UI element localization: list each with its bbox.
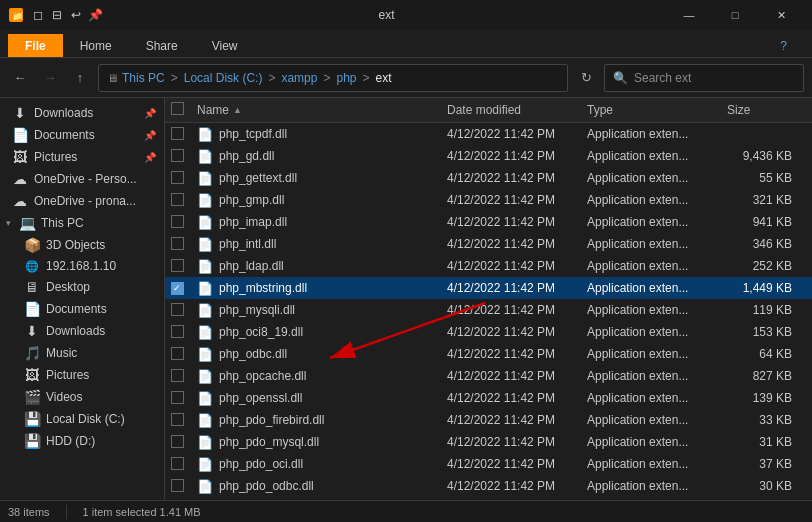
checkbox[interactable] xyxy=(171,237,184,250)
path-this-pc[interactable]: This PC xyxy=(122,71,165,85)
sidebar-item-music[interactable]: 🎵 Music xyxy=(0,342,164,364)
checkbox[interactable] xyxy=(171,303,184,316)
table-row[interactable]: 📄php_pdo_pgsql.dll4/12/2022 11:42 PMAppl… xyxy=(165,497,812,500)
checkbox[interactable] xyxy=(171,193,184,206)
checkbox[interactable] xyxy=(171,435,184,448)
header-check[interactable] xyxy=(165,102,189,118)
row-checkbox[interactable] xyxy=(165,149,189,164)
checkbox[interactable] xyxy=(171,479,184,492)
table-row[interactable]: 📄php_odbc.dll4/12/2022 11:42 PMApplicati… xyxy=(165,343,812,365)
search-box[interactable]: 🔍 xyxy=(604,64,804,92)
address-path[interactable]: 🖥 This PC > Local Disk (C:) > xampp > ph… xyxy=(98,64,568,92)
tab-share[interactable]: Share xyxy=(129,34,195,57)
checkbox[interactable] xyxy=(171,127,184,140)
sidebar-item-downloads-pinned[interactable]: ⬇ Downloads 📌 xyxy=(0,102,164,124)
row-checkbox[interactable] xyxy=(165,413,189,428)
table-row[interactable]: 📄php_gettext.dll4/12/2022 11:42 PMApplic… xyxy=(165,167,812,189)
row-checkbox[interactable] xyxy=(165,259,189,274)
close-button[interactable]: ✕ xyxy=(758,0,804,30)
checkbox[interactable] xyxy=(171,259,184,272)
row-checkbox[interactable] xyxy=(165,435,189,450)
table-row[interactable]: 📄php_gd.dll4/12/2022 11:42 PMApplication… xyxy=(165,145,812,167)
checkbox[interactable] xyxy=(171,391,184,404)
row-checkbox[interactable] xyxy=(165,193,189,208)
table-row[interactable]: 📄php_openssl.dll4/12/2022 11:42 PMApplic… xyxy=(165,387,812,409)
checkbox[interactable] xyxy=(171,413,184,426)
ribbon-help[interactable]: ? xyxy=(763,34,804,57)
path-ext[interactable]: ext xyxy=(376,71,392,85)
up-button[interactable]: ↑ xyxy=(68,66,92,90)
toolbar-icon-pin[interactable]: 📌 xyxy=(87,7,103,23)
back-button[interactable]: ← xyxy=(8,66,32,90)
path-xampp[interactable]: xampp xyxy=(281,71,317,85)
tab-file[interactable]: File xyxy=(8,34,63,57)
table-row[interactable]: 📄php_oci8_19.dll4/12/2022 11:42 PMApplic… xyxy=(165,321,812,343)
sidebar-item-onedrive-1[interactable]: ☁ OneDrive - Perso... xyxy=(0,168,164,190)
table-row[interactable]: 📄php_pdo_oci.dll4/12/2022 11:42 PMApplic… xyxy=(165,453,812,475)
table-row[interactable]: 📄php_tcpdf.dll4/12/2022 11:42 PMApplicat… xyxy=(165,123,812,145)
sidebar-item-pictures[interactable]: 🖼 Pictures xyxy=(0,364,164,386)
table-row[interactable]: 📄php_gmp.dll4/12/2022 11:42 PMApplicatio… xyxy=(165,189,812,211)
row-checkbox[interactable] xyxy=(165,457,189,472)
sidebar-item-network[interactable]: 🌐 192.168.1.10 xyxy=(0,256,164,276)
table-row[interactable]: ✓📄php_mbstring.dll4/12/2022 11:42 PMAppl… xyxy=(165,277,812,299)
search-input[interactable] xyxy=(634,71,795,85)
minimize-button[interactable]: — xyxy=(666,0,712,30)
sidebar-item-documents[interactable]: 📄 Documents xyxy=(0,298,164,320)
select-all-checkbox[interactable] xyxy=(171,102,184,115)
row-checkbox[interactable] xyxy=(165,479,189,494)
sidebar-item-documents-pinned[interactable]: 📄 Documents 📌 xyxy=(0,124,164,146)
row-checkbox[interactable] xyxy=(165,347,189,362)
row-checkbox[interactable] xyxy=(165,171,189,186)
checkbox[interactable] xyxy=(171,215,184,228)
maximize-button[interactable]: □ xyxy=(712,0,758,30)
tab-home[interactable]: Home xyxy=(63,34,129,57)
refresh-button[interactable]: ↻ xyxy=(574,66,598,90)
sidebar-item-desktop[interactable]: 🖥 Desktop xyxy=(0,276,164,298)
header-date[interactable]: Date modified xyxy=(439,103,579,117)
table-row[interactable]: 📄php_intl.dll4/12/2022 11:42 PMApplicati… xyxy=(165,233,812,255)
table-row[interactable]: 📄php_imap.dll4/12/2022 11:42 PMApplicati… xyxy=(165,211,812,233)
toolbar-icon-1[interactable]: ◻ xyxy=(30,7,46,23)
table-row[interactable]: 📄php_pdo_mysql.dll4/12/2022 11:42 PMAppl… xyxy=(165,431,812,453)
toolbar-icon-2[interactable]: ⊟ xyxy=(49,7,65,23)
row-checkbox[interactable] xyxy=(165,325,189,340)
checkbox[interactable]: ✓ xyxy=(171,282,184,295)
tab-view[interactable]: View xyxy=(195,34,255,57)
sidebar-item-3d-objects[interactable]: 📦 3D Objects xyxy=(0,234,164,256)
row-checkbox[interactable] xyxy=(165,215,189,230)
sidebar-item-hdd[interactable]: 💾 HDD (D:) xyxy=(0,430,164,452)
checkbox[interactable] xyxy=(171,369,184,382)
sidebar-item-local-disk[interactable]: 💾 Local Disk (C:) xyxy=(0,408,164,430)
table-row[interactable]: 📄php_ldap.dll4/12/2022 11:42 PMApplicati… xyxy=(165,255,812,277)
row-checkbox[interactable] xyxy=(165,369,189,384)
path-php[interactable]: php xyxy=(336,71,356,85)
sidebar-item-onedrive-2[interactable]: ☁ OneDrive - prona... xyxy=(0,190,164,212)
checkbox[interactable] xyxy=(171,457,184,470)
checkbox[interactable] xyxy=(171,325,184,338)
sidebar-item-downloads[interactable]: ⬇ Downloads xyxy=(0,320,164,342)
checkbox[interactable] xyxy=(171,149,184,162)
header-type[interactable]: Type xyxy=(579,103,719,117)
row-checkbox[interactable] xyxy=(165,127,189,142)
toolbar-icons[interactable]: ◻ ⊟ ↩ 📌 xyxy=(30,7,103,23)
window-controls[interactable]: — □ ✕ xyxy=(666,0,804,30)
header-name[interactable]: Name ▲ xyxy=(189,103,439,117)
sidebar-item-videos[interactable]: 🎬 Videos xyxy=(0,386,164,408)
row-checkbox[interactable] xyxy=(165,391,189,406)
table-row[interactable]: 📄php_pdo_odbc.dll4/12/2022 11:42 PMAppli… xyxy=(165,475,812,497)
table-row[interactable]: 📄php_opcache.dll4/12/2022 11:42 PMApplic… xyxy=(165,365,812,387)
table-row[interactable]: 📄php_pdo_firebird.dll4/12/2022 11:42 PMA… xyxy=(165,409,812,431)
sidebar-item-this-pc[interactable]: ▾ 💻 This PC xyxy=(0,212,164,234)
row-checkbox[interactable]: ✓ xyxy=(165,281,189,295)
row-checkbox[interactable] xyxy=(165,303,189,318)
header-size[interactable]: Size xyxy=(719,103,812,117)
path-local-disk[interactable]: Local Disk (C:) xyxy=(184,71,263,85)
row-checkbox[interactable] xyxy=(165,237,189,252)
toolbar-icon-3[interactable]: ↩ xyxy=(68,7,84,23)
checkbox[interactable] xyxy=(171,347,184,360)
checkbox[interactable] xyxy=(171,171,184,184)
forward-button[interactable]: → xyxy=(38,66,62,90)
sidebar-item-pictures-pinned[interactable]: 🖼 Pictures 📌 xyxy=(0,146,164,168)
table-row[interactable]: 📄php_mysqli.dll4/12/2022 11:42 PMApplica… xyxy=(165,299,812,321)
